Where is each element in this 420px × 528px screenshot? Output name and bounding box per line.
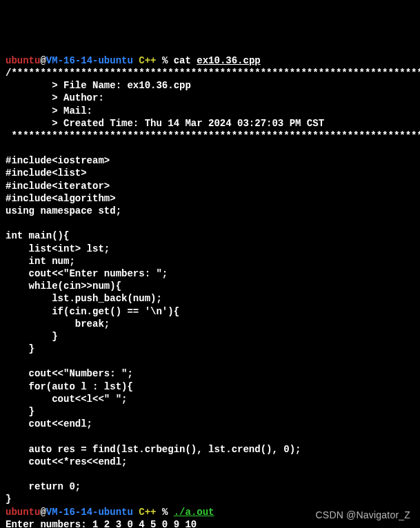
find-call: auto res = find(lst.crbegin(), lst.crend… [6,444,301,455]
prompt-at: @ [40,55,46,66]
while-loop: while(cin>>num){ [6,281,121,292]
cmd-run-aout: ./a.out [174,507,214,518]
decl-num: int num; [6,256,75,267]
using-namespace: using namespace std; [6,205,121,216]
comment-border-top: /***************************************… [6,68,420,79]
output-enter-numbers: Enter numbers: 1 2 3 0 4 5 0 9 10 [6,519,197,528]
prompt-host: VM-16-14-ubuntu [46,55,133,66]
include-algorithm: #include<algorithm> [6,193,116,204]
cout-endl: cout<<endl; [6,418,92,429]
header-mail: > Mail: [6,105,98,116]
header-filename: > File Name: ex10.36.cpp [6,80,191,91]
header-created-time: > Created Time: Thu 14 Mar 2024 03:27:03… [6,118,324,129]
comment-border-bottom: ****************************************… [6,130,420,141]
print-deref: cout<<*res<<endl; [6,456,127,467]
close-brace-for: } [6,406,34,417]
for-loop: for(auto l : lst){ [6,381,133,392]
decl-list: list<int> lst; [6,243,110,254]
close-brace-main: } [6,494,11,505]
prompt-line-1: ubuntu@VM-16-14-ubuntu C++ % cat ex10.36… [6,55,261,66]
watermark-text: CSDN @Navigator_Z [316,509,410,521]
close-brace-while: } [6,343,34,354]
prompt-user: ubuntu [6,55,40,66]
return-stmt: return 0; [6,481,81,492]
prompt-dir: C++ [133,507,162,518]
prompt-dir: C++ [133,55,162,66]
prompt-host: VM-16-14-ubuntu [46,507,133,518]
prompt-symbol: % [162,55,174,66]
if-cin-get: if(cin.get() == '\n'){ [6,306,179,317]
cmd-cat: cat [174,55,197,66]
include-iostream: #include<iostream> [6,155,110,166]
print-element: cout<<l<<" "; [6,394,127,405]
prompt-enter-numbers: cout<<"Enter numbers: "; [6,268,168,279]
prompt-at: @ [40,507,46,518]
terminal-content[interactable]: ubuntu@VM-16-14-ubuntu C++ % cat ex10.36… [6,54,414,528]
header-author: > Author: [6,92,110,103]
break-stmt: break; [6,318,110,329]
close-brace-if: } [6,331,58,342]
prompt-symbol: % [162,507,174,518]
push-back: lst.push_back(num); [6,293,162,304]
prompt-line-2: ubuntu@VM-16-14-ubuntu C++ % ./a.out [6,507,214,518]
include-iterator: #include<iterator> [6,181,110,192]
prompt-user: ubuntu [6,507,40,518]
main-signature: int main(){ [6,230,69,241]
prompt-numbers: cout<<"Numbers: "; [6,368,133,379]
include-list: #include<list> [6,167,87,179]
cmd-arg-filename: ex10.36.cpp [197,55,260,66]
